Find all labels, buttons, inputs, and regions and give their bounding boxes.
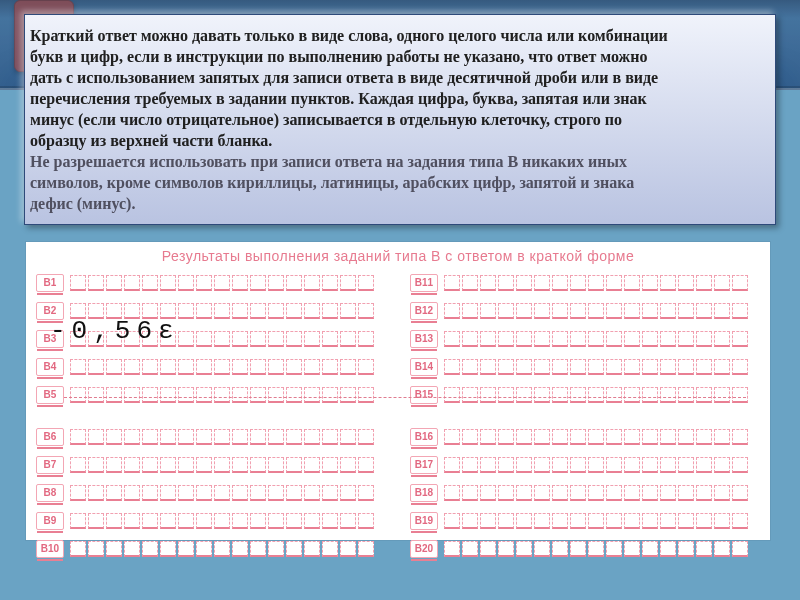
answer-cell[interactable]	[70, 359, 86, 375]
answer-cell[interactable]	[232, 541, 248, 557]
answer-cell[interactable]	[70, 485, 86, 501]
answer-cell[interactable]	[268, 331, 284, 347]
answer-cell[interactable]	[642, 485, 658, 501]
answer-cell[interactable]	[552, 331, 568, 347]
answer-cell[interactable]	[196, 541, 212, 557]
answer-cell[interactable]	[322, 485, 338, 501]
answer-cell[interactable]	[624, 275, 640, 291]
answer-cell[interactable]	[196, 359, 212, 375]
answer-cell[interactable]	[88, 513, 104, 529]
answer-cell[interactable]	[250, 429, 266, 445]
answer-cell[interactable]	[624, 457, 640, 473]
answer-cell[interactable]	[570, 331, 586, 347]
answer-cell[interactable]	[624, 429, 640, 445]
answer-cell[interactable]	[214, 387, 230, 403]
answer-cell[interactable]	[606, 513, 622, 529]
answer-cell[interactable]	[588, 359, 604, 375]
answer-cell[interactable]	[732, 485, 748, 501]
answer-cell[interactable]	[714, 457, 730, 473]
answer-cell[interactable]	[606, 331, 622, 347]
answer-cell[interactable]	[462, 541, 478, 557]
answer-cell[interactable]	[178, 457, 194, 473]
answer-cell[interactable]	[268, 513, 284, 529]
answer-cell[interactable]	[498, 457, 514, 473]
answer-cell[interactable]	[322, 331, 338, 347]
answer-cell[interactable]	[178, 485, 194, 501]
answer-cell[interactable]	[214, 359, 230, 375]
answer-cell[interactable]	[304, 541, 320, 557]
answer-cell[interactable]	[534, 331, 550, 347]
answer-cell[interactable]	[214, 275, 230, 291]
answer-cell[interactable]	[588, 331, 604, 347]
answer-cell[interactable]	[678, 359, 694, 375]
answer-cell[interactable]	[142, 513, 158, 529]
answer-cell[interactable]	[606, 387, 622, 403]
answer-cell[interactable]	[732, 513, 748, 529]
answer-cell[interactable]	[286, 331, 302, 347]
answer-cell[interactable]	[178, 359, 194, 375]
answer-cell[interactable]	[106, 513, 122, 529]
answer-cell[interactable]	[624, 359, 640, 375]
answer-cell[interactable]	[714, 303, 730, 319]
answer-cell[interactable]	[498, 359, 514, 375]
answer-cell[interactable]	[142, 457, 158, 473]
answer-cell[interactable]	[678, 513, 694, 529]
answer-cell[interactable]	[358, 387, 374, 403]
answer-cell[interactable]	[660, 513, 676, 529]
answer-cell[interactable]	[552, 303, 568, 319]
answer-cell[interactable]	[304, 485, 320, 501]
answer-cell[interactable]	[268, 303, 284, 319]
answer-cell[interactable]	[642, 457, 658, 473]
answer-cell[interactable]	[250, 331, 266, 347]
answer-cell[interactable]	[160, 387, 176, 403]
answer-cell[interactable]	[124, 541, 140, 557]
answer-cell[interactable]	[88, 541, 104, 557]
answer-cell[interactable]	[570, 429, 586, 445]
answer-cell[interactable]	[322, 387, 338, 403]
answer-cell[interactable]	[498, 303, 514, 319]
answer-cell[interactable]	[286, 275, 302, 291]
answer-cell[interactable]	[732, 359, 748, 375]
answer-cell[interactable]	[696, 513, 712, 529]
answer-cell[interactable]	[250, 359, 266, 375]
answer-cell[interactable]	[714, 331, 730, 347]
answer-cell[interactable]	[678, 429, 694, 445]
answer-cell[interactable]	[160, 513, 176, 529]
answer-cell[interactable]	[70, 275, 86, 291]
answer-cell[interactable]	[214, 485, 230, 501]
answer-cell[interactable]	[678, 303, 694, 319]
answer-cell[interactable]	[304, 359, 320, 375]
answer-cell[interactable]	[642, 331, 658, 347]
answer-cell[interactable]	[142, 275, 158, 291]
answer-cell[interactable]	[106, 457, 122, 473]
answer-cell[interactable]	[696, 541, 712, 557]
answer-cell[interactable]	[570, 457, 586, 473]
answer-cell[interactable]	[322, 541, 338, 557]
answer-cell[interactable]	[88, 359, 104, 375]
answer-cell[interactable]	[160, 359, 176, 375]
answer-cell[interactable]	[552, 485, 568, 501]
answer-cell[interactable]	[642, 541, 658, 557]
answer-cell[interactable]	[358, 541, 374, 557]
answer-cell[interactable]	[214, 513, 230, 529]
answer-cell[interactable]	[178, 275, 194, 291]
answer-cell[interactable]	[340, 541, 356, 557]
answer-cell[interactable]	[304, 429, 320, 445]
answer-cell[interactable]	[178, 331, 194, 347]
answer-cell[interactable]	[696, 275, 712, 291]
answer-cell[interactable]	[462, 331, 478, 347]
answer-cell[interactable]	[444, 303, 460, 319]
answer-cell[interactable]	[232, 457, 248, 473]
answer-cell[interactable]	[552, 387, 568, 403]
answer-cell[interactable]	[660, 275, 676, 291]
answer-cell[interactable]	[480, 331, 496, 347]
answer-cell[interactable]	[624, 513, 640, 529]
answer-cell[interactable]	[286, 513, 302, 529]
answer-cell[interactable]	[106, 275, 122, 291]
answer-cell[interactable]	[358, 331, 374, 347]
answer-cell[interactable]	[534, 387, 550, 403]
answer-cell[interactable]	[340, 457, 356, 473]
answer-cell[interactable]	[286, 429, 302, 445]
answer-cell[interactable]	[606, 541, 622, 557]
answer-cell[interactable]	[534, 513, 550, 529]
